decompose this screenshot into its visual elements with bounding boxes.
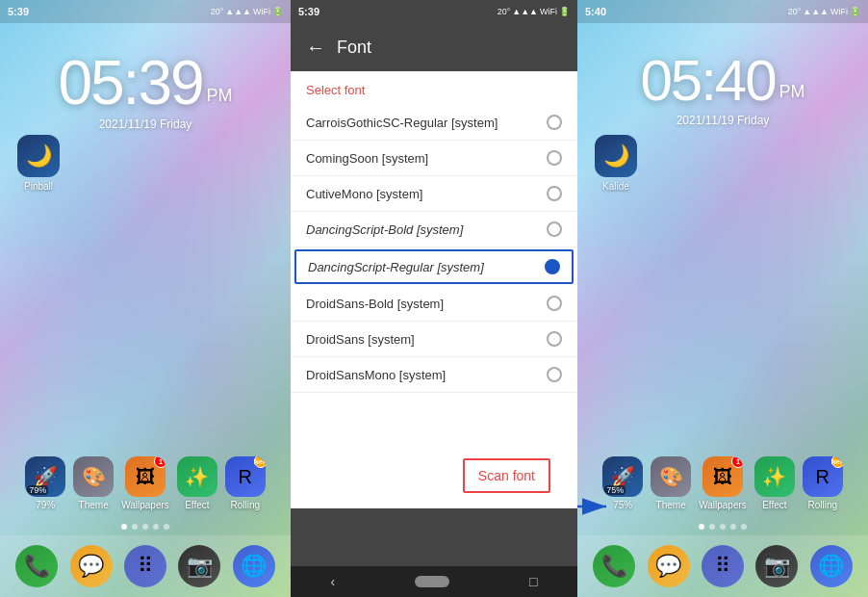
right-clock-ampm: PM [779,82,805,102]
font-radio-dancingbold [547,221,562,237]
right-app-theme[interactable]: 🎨 Theme [651,456,691,510]
center-battery: 🔋 [559,7,570,16]
left-dock-phone[interactable]: 📞 [15,545,58,587]
font-item-droidsans-name: DroidSans [system] [306,332,415,347]
left-dock-browser[interactable]: 🌐 [233,545,275,587]
font-item-droidbold[interactable]: DroidSans-Bold [system] [291,286,577,322]
center-dark-area [291,508,577,566]
font-item-carrois[interactable]: CarroisGothicSC-Regular [system] [291,105,577,141]
left-dock-cam[interactable]: 📷 [178,545,220,587]
right-wifi: WiFi [830,7,848,16]
font-item-droidmono[interactable]: DroidSansMono [system] [291,357,577,393]
right-app-pinball[interactable]: 🚀 75% 75% [602,456,643,510]
font-item-cutivemono-name: CutiveMono [system] [306,187,422,201]
right-status-icons: 20° ▲▲▲ WiFi 🔋 [788,7,860,16]
font-header: ← Font [291,23,577,71]
left-dot-1 [121,524,127,530]
center-nav-back[interactable]: ‹ [330,574,335,589]
right-app-grid: 🚀 75% 75% 🎨 Theme 🖼 1 Wallpapers ✨ Effec… [577,456,868,510]
center-nav-bar: ‹ □ [291,566,577,597]
font-item-dancingbold[interactable]: DancingScript-Bold [system] [291,212,577,247]
left-clock-area: 05:39 PM 2021/11/19 Friday [0,23,291,131]
right-app-effect-icon: ✨ [754,456,795,497]
right-dock-msg[interactable]: 💬 [648,545,690,587]
left-dock-msg[interactable]: 💬 [70,545,113,587]
right-pinball-label: Kalide [602,181,629,192]
right-signal: ▲▲▲ [803,7,829,16]
left-wifi-icon: WiFi [253,7,270,16]
font-title: Font [337,38,371,58]
left-app-pinball[interactable]: 🚀 79% 79% [25,456,65,510]
font-item-droidsans[interactable]: DroidSans [system] [291,322,577,357]
left-dot-5 [164,524,169,530]
font-radio-dancingregular [545,259,560,274]
right-app-effect[interactable]: ✨ Effect [754,456,795,510]
left-pinball-icon[interactable]: 🌙 Pinball [17,135,60,192]
right-status-time: 5:40 [585,6,606,17]
left-pinball-img: 🌙 [17,135,60,177]
center-temp: 20° [498,7,511,16]
right-dot-2 [709,524,715,530]
left-app-theme[interactable]: 🎨 Theme [73,456,114,510]
font-item-dancingbold-name: DancingScript-Bold [system] [306,222,463,237]
left-status-icons: 20° ▲▲▲ WiFi 🔋 [211,7,283,16]
center-signal: ▲▲▲ [512,7,538,16]
font-item-comingsoon-name: ComingSoon [system] [306,151,428,166]
left-app-wallpaper[interactable]: 🖼 1 Wallpapers [121,456,169,510]
right-dock-cam[interactable]: 📷 [755,545,798,587]
right-status-bar: 5:40 20° ▲▲▲ WiFi 🔋 [577,0,868,23]
center-status-bar: 5:39 20° ▲▲▲ WiFi 🔋 [291,0,577,23]
right-dock-browser[interactable]: 🌐 [810,545,853,587]
left-app-rolling[interactable]: R New Rolling [225,456,266,510]
right-app-wallpaper-icon: 🖼 1 [702,456,743,497]
center-phone-panel: 5:39 20° ▲▲▲ WiFi 🔋 ← Font Select font C… [291,0,577,597]
left-signal-icon: ▲▲▲ [225,7,251,16]
right-phone-panel: 5:40 20° ▲▲▲ WiFi 🔋 05:40 PM 2021/11/19 … [577,0,868,597]
font-content: Select font CarroisGothicSC-Regular [sys… [291,71,577,508]
font-item-cutivemono[interactable]: CutiveMono [system] [291,176,577,212]
right-clock-time: 05:40 [640,52,775,110]
left-temp-icon: 20° [211,7,224,16]
right-app-wallpaper[interactable]: 🖼 1 Wallpapers [699,456,747,510]
font-back-button[interactable]: ← [306,37,325,59]
right-clock-date: 2021/11/19 Friday [677,114,770,127]
center-nav-home[interactable] [415,576,449,587]
left-app-pinball-icon: 🚀 79% [25,456,65,497]
font-item-droidmono-name: DroidSansMono [system] [306,368,446,382]
left-app-theme-icon: 🎨 [73,456,114,497]
font-item-droidbold-name: DroidSans-Bold [system] [306,297,444,311]
left-status-bar: 5:39 20° ▲▲▲ WiFi 🔋 [0,0,291,23]
right-dot-row [577,524,868,530]
left-clock-ampm: PM [207,86,233,106]
font-radio-droidsans [547,331,562,347]
right-app-theme-icon: 🎨 [651,456,691,497]
right-pinball-icon[interactable]: 🌙 Kalide [595,135,637,192]
right-app-pinball-icon: 🚀 75% [602,456,643,497]
right-temp: 20° [788,7,802,16]
right-battery: 🔋 [850,7,860,16]
font-item-dancingregular[interactable]: DancingScript-Regular [system] [294,249,574,284]
font-radio-cutivemono [547,186,562,201]
font-radio-droidbold [547,296,562,311]
left-dot-3 [142,524,148,530]
font-item-carrois-name: CarroisGothicSC-Regular [system] [306,116,498,130]
scan-font-button[interactable]: Scan font [463,458,550,493]
center-wifi: WiFi [540,7,557,16]
right-dock-dots[interactable]: ⠿ [702,545,744,587]
left-dock-bar: 📞 💬 ⠿ 📷 🌐 [0,535,291,597]
left-dock-dots[interactable]: ⠿ [124,545,166,587]
right-dock-phone[interactable]: 📞 [593,545,635,587]
center-nav-recent[interactable]: □ [529,574,537,589]
right-dot-3 [720,524,726,530]
left-app-effect[interactable]: ✨ Effect [177,456,217,510]
font-item-comingsoon[interactable]: ComingSoon [system] [291,141,577,176]
left-dot-row [0,524,291,530]
right-app-rolling[interactable]: R New Rolling [803,456,843,510]
right-pinball-img: 🌙 [595,135,637,177]
font-item-dancingregular-name: DancingScript-Regular [system] [308,260,484,274]
left-dot-2 [132,524,138,530]
font-radio-comingsoon [547,150,562,166]
right-clock-area: 05:40 PM 2021/11/19 Friday [577,23,868,127]
font-radio-droidmono [547,367,562,382]
right-dot-1 [699,524,704,530]
